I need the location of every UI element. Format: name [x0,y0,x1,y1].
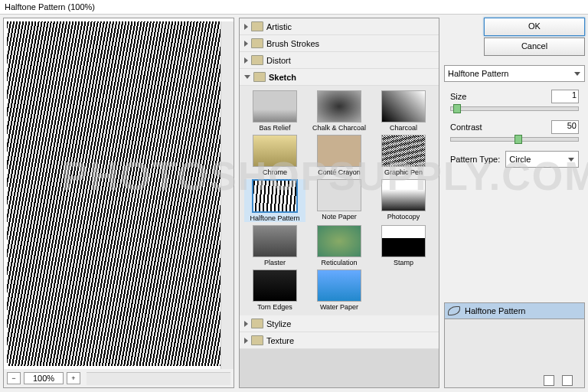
folder-icon [251,21,263,31]
zoom-in-button[interactable]: + [67,372,80,384]
thumb-photocopy[interactable]: Photocopy [373,179,434,222]
vertical-scrollbar[interactable] [220,21,234,369]
settings-pane: OK Cancel Halftone Pattern Size1 Contras… [444,18,585,388]
category-label: Brush Strokes [266,39,319,48]
zoom-level[interactable]: 100% [24,372,64,384]
thumb-torn-edges[interactable]: Torn Edges [244,270,305,311]
contrast-input[interactable]: 50 [551,120,579,134]
ok-button[interactable]: OK [484,18,585,36]
category-texture[interactable]: Texture [240,332,439,349]
cancel-button[interactable]: Cancel [484,38,585,56]
chevron-right-icon [244,321,248,327]
thumb-chrome[interactable]: Chrome [244,135,305,176]
thumb-chalk-charcoal[interactable]: Chalk & Charcoal [309,90,370,132]
thumb-graphic-pen[interactable]: Graphic Pen [373,135,434,176]
new-effect-layer-icon[interactable] [544,375,554,386]
layer-name: Halftone Pattern [465,306,526,315]
category-distort[interactable]: Distort [240,52,439,69]
pattern-type-dropdown[interactable]: Circle [505,151,579,168]
category-label: Stylize [266,319,291,328]
category-label: Sketch [269,73,296,82]
category-stylize[interactable]: Stylize [240,315,439,332]
chevron-right-icon [244,338,248,344]
contrast-label: Contrast [450,122,551,132]
folder-icon [251,318,263,328]
filter-gallery: Artistic Brush Strokes Distort Sketch Ba… [239,18,439,388]
thumb-plaster[interactable]: Plaster [244,225,305,266]
contrast-slider[interactable] [450,137,579,142]
sketch-thumbnails: Bas Relief Chalk & Charcoal Charcoal Chr… [240,86,439,315]
zoom-out-button[interactable]: − [7,372,21,384]
category-label: Artistic [266,22,292,31]
thumb-conte-crayon[interactable]: Conté Crayon [309,135,370,176]
category-brush-strokes[interactable]: Brush Strokes [240,35,439,52]
delete-effect-layer-icon[interactable] [562,375,573,386]
folder-icon [251,55,263,65]
preview-image [7,21,230,366]
category-label: Distort [266,56,291,65]
horizontal-scrollbar[interactable] [87,372,230,385]
chevron-right-icon [244,57,248,64]
preview-pane: − 100% + [3,18,234,388]
thumb-stamp[interactable]: Stamp [373,225,434,266]
size-input[interactable]: 1 [551,90,579,103]
thumb-note-paper[interactable]: Note Paper [309,179,370,222]
category-sketch[interactable]: Sketch [240,69,439,86]
slider-thumb-icon[interactable] [453,104,461,113]
window-title: Halftone Pattern (100%) [0,0,588,15]
thumb-halftone-pattern[interactable]: Halftone Pattern [244,179,305,222]
pattern-type-label: Pattern Type: [450,155,500,164]
slider-thumb-icon[interactable] [514,135,522,144]
category-label: Texture [266,336,294,345]
size-slider[interactable] [450,106,579,111]
chevron-down-icon [244,75,250,79]
category-artistic[interactable]: Artistic [240,18,439,35]
thumb-reticulation[interactable]: Reticulation [309,225,370,266]
folder-icon [251,38,263,48]
chevron-right-icon [244,41,248,47]
folder-icon [251,335,263,345]
thumb-bas-relief[interactable]: Bas Relief [244,90,305,132]
visibility-icon[interactable] [448,306,460,315]
chevron-right-icon [244,24,248,30]
thumb-charcoal[interactable]: Charcoal [373,90,434,132]
size-label: Size [450,92,551,101]
filter-dropdown[interactable]: Halftone Pattern [444,65,585,82]
effect-layer[interactable]: Halftone Pattern [445,303,584,319]
folder-icon [253,72,266,82]
thumb-water-paper[interactable]: Water Paper [309,270,370,311]
